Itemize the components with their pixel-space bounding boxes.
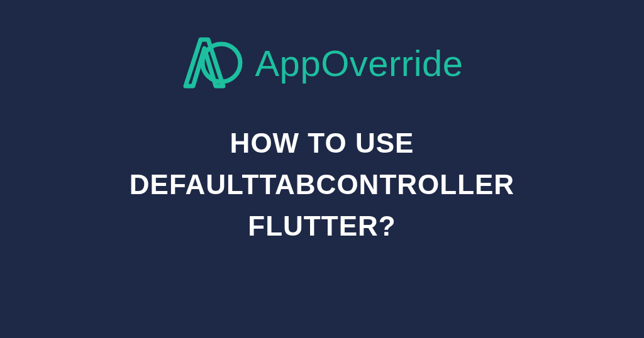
- heading-line-3: Flutter?: [130, 205, 514, 247]
- brand-logo-icon: [180, 35, 243, 91]
- page-title: How to use DefaultTabController Flutter?: [130, 123, 514, 247]
- heading-line-1: How to use: [130, 123, 514, 164]
- logo-container: AppOverride: [180, 35, 463, 91]
- brand-name: AppOverride: [255, 42, 463, 84]
- heading-line-2: DefaultTabController: [130, 164, 514, 205]
